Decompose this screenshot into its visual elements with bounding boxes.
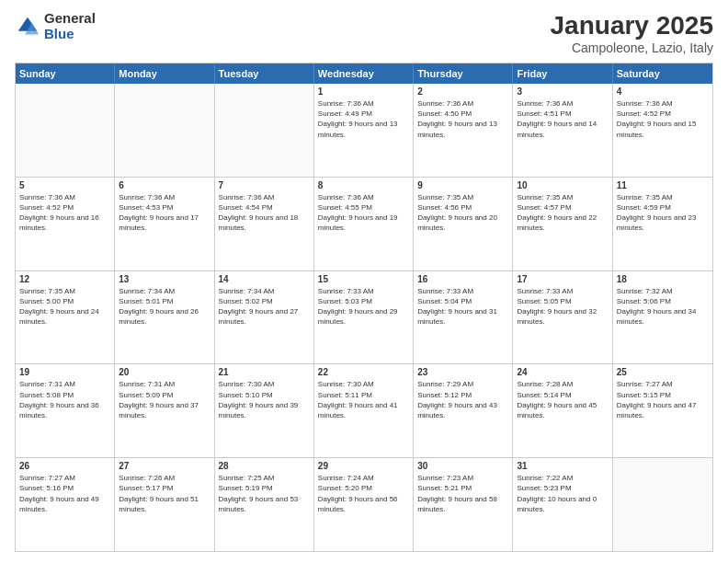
cal-cell: 18Sunrise: 7:32 AM Sunset: 5:06 PM Dayli… [613, 271, 712, 364]
day-number: 17 [517, 274, 608, 284]
cell-info: Sunrise: 7:34 AM Sunset: 5:01 PM Dayligh… [119, 286, 210, 327]
cell-info: Sunrise: 7:33 AM Sunset: 5:03 PM Dayligh… [318, 286, 409, 327]
day-number: 3 [517, 86, 608, 97]
cal-cell: 7Sunrise: 7:36 AM Sunset: 4:54 PM Daylig… [215, 178, 314, 270]
logo-general-text: General [44, 11, 96, 27]
calendar-row-0: 1Sunrise: 7:36 AM Sunset: 4:49 PM Daylig… [16, 84, 712, 177]
day-number: 8 [318, 180, 409, 190]
day-number: 11 [617, 180, 709, 190]
col-header-friday: Friday [513, 63, 612, 84]
cell-info: Sunrise: 7:36 AM Sunset: 4:50 PM Dayligh… [417, 98, 508, 140]
cell-info: Sunrise: 7:35 AM Sunset: 5:00 PM Dayligh… [19, 286, 110, 327]
col-header-saturday: Saturday [613, 63, 712, 84]
month-title: January 2025 [551, 11, 713, 40]
col-header-sunday: Sunday [16, 63, 115, 84]
cell-info: Sunrise: 7:22 AM Sunset: 5:23 PM Dayligh… [517, 473, 608, 514]
day-number: 23 [417, 367, 508, 377]
cell-info: Sunrise: 7:25 AM Sunset: 5:19 PM Dayligh… [219, 473, 310, 514]
cell-info: Sunrise: 7:35 AM Sunset: 4:56 PM Dayligh… [417, 192, 508, 234]
day-number: 16 [417, 274, 508, 284]
day-number: 31 [517, 461, 608, 471]
day-number: 10 [517, 180, 608, 190]
day-number: 4 [617, 86, 709, 97]
day-number: 6 [119, 180, 210, 190]
page: General Blue January 2025 Campoleone, La… [0, 0, 728, 563]
logo-icon [15, 14, 40, 40]
cal-cell: 16Sunrise: 7:33 AM Sunset: 5:04 PM Dayli… [414, 271, 513, 364]
day-number: 7 [219, 180, 310, 190]
day-number: 12 [19, 274, 110, 284]
cell-info: Sunrise: 7:36 AM Sunset: 4:53 PM Dayligh… [119, 192, 210, 234]
calendar-body: 1Sunrise: 7:36 AM Sunset: 4:49 PM Daylig… [16, 84, 712, 551]
cal-cell [215, 84, 314, 177]
cal-cell: 27Sunrise: 7:26 AM Sunset: 5:17 PM Dayli… [115, 458, 214, 551]
day-number: 18 [617, 274, 709, 284]
cal-cell: 17Sunrise: 7:33 AM Sunset: 5:05 PM Dayli… [513, 271, 612, 364]
calendar-row-1: 5Sunrise: 7:36 AM Sunset: 4:52 PM Daylig… [16, 177, 712, 270]
cal-cell [115, 84, 214, 177]
day-number: 22 [318, 367, 409, 377]
cell-info: Sunrise: 7:36 AM Sunset: 4:55 PM Dayligh… [318, 192, 409, 234]
day-number: 19 [19, 367, 110, 377]
day-number: 27 [119, 461, 210, 471]
cal-cell: 6Sunrise: 7:36 AM Sunset: 4:53 PM Daylig… [115, 178, 214, 270]
day-number: 20 [119, 367, 210, 377]
location-title: Campoleone, Lazio, Italy [551, 40, 713, 55]
day-number: 25 [617, 367, 709, 377]
day-number: 13 [119, 274, 210, 284]
cell-info: Sunrise: 7:33 AM Sunset: 5:04 PM Dayligh… [417, 286, 508, 327]
cal-cell: 20Sunrise: 7:31 AM Sunset: 5:09 PM Dayli… [115, 364, 214, 457]
cal-cell: 11Sunrise: 7:35 AM Sunset: 4:59 PM Dayli… [613, 178, 712, 270]
col-header-tuesday: Tuesday [215, 63, 314, 84]
title-block: January 2025 Campoleone, Lazio, Italy [551, 11, 713, 55]
logo-blue-text: Blue [44, 27, 96, 42]
calendar-header-row: SundayMondayTuesdayWednesdayThursdayFrid… [16, 63, 712, 84]
cell-info: Sunrise: 7:36 AM Sunset: 4:52 PM Dayligh… [617, 98, 709, 140]
calendar-row-4: 26Sunrise: 7:27 AM Sunset: 5:16 PM Dayli… [16, 457, 712, 551]
cell-info: Sunrise: 7:27 AM Sunset: 5:16 PM Dayligh… [19, 473, 110, 514]
cell-info: Sunrise: 7:36 AM Sunset: 4:51 PM Dayligh… [517, 98, 608, 140]
day-number: 5 [19, 180, 110, 190]
cal-cell: 12Sunrise: 7:35 AM Sunset: 5:00 PM Dayli… [16, 271, 115, 364]
cal-cell [613, 458, 712, 551]
cal-cell: 3Sunrise: 7:36 AM Sunset: 4:51 PM Daylig… [513, 84, 612, 177]
day-number: 21 [219, 367, 310, 377]
header: General Blue January 2025 Campoleone, La… [15, 11, 713, 55]
calendar-row-3: 19Sunrise: 7:31 AM Sunset: 5:08 PM Dayli… [16, 363, 712, 457]
cal-cell: 5Sunrise: 7:36 AM Sunset: 4:52 PM Daylig… [16, 178, 115, 270]
cal-cell: 24Sunrise: 7:28 AM Sunset: 5:14 PM Dayli… [513, 364, 612, 457]
day-number: 26 [19, 461, 110, 471]
cal-cell: 28Sunrise: 7:25 AM Sunset: 5:19 PM Dayli… [215, 458, 314, 551]
col-header-wednesday: Wednesday [314, 63, 414, 84]
cell-info: Sunrise: 7:26 AM Sunset: 5:17 PM Dayligh… [119, 473, 210, 514]
col-header-thursday: Thursday [414, 63, 513, 84]
cal-cell: 15Sunrise: 7:33 AM Sunset: 5:03 PM Dayli… [314, 271, 414, 364]
cal-cell: 21Sunrise: 7:30 AM Sunset: 5:10 PM Dayli… [215, 364, 314, 457]
day-number: 9 [417, 180, 508, 190]
cell-info: Sunrise: 7:32 AM Sunset: 5:06 PM Dayligh… [617, 286, 709, 327]
cell-info: Sunrise: 7:31 AM Sunset: 5:08 PM Dayligh… [19, 379, 110, 420]
cal-cell: 19Sunrise: 7:31 AM Sunset: 5:08 PM Dayli… [16, 364, 115, 457]
cell-info: Sunrise: 7:36 AM Sunset: 4:52 PM Dayligh… [19, 192, 110, 234]
cal-cell: 26Sunrise: 7:27 AM Sunset: 5:16 PM Dayli… [16, 458, 115, 551]
cal-cell: 10Sunrise: 7:35 AM Sunset: 4:57 PM Dayli… [513, 178, 612, 270]
cell-info: Sunrise: 7:36 AM Sunset: 4:49 PM Dayligh… [318, 98, 409, 140]
cal-cell: 4Sunrise: 7:36 AM Sunset: 4:52 PM Daylig… [613, 84, 712, 177]
cal-cell: 13Sunrise: 7:34 AM Sunset: 5:01 PM Dayli… [115, 271, 214, 364]
cell-info: Sunrise: 7:27 AM Sunset: 5:15 PM Dayligh… [617, 379, 709, 420]
calendar-row-2: 12Sunrise: 7:35 AM Sunset: 5:00 PM Dayli… [16, 270, 712, 364]
cal-cell: 2Sunrise: 7:36 AM Sunset: 4:50 PM Daylig… [414, 84, 513, 177]
cal-cell: 30Sunrise: 7:23 AM Sunset: 5:21 PM Dayli… [414, 458, 513, 551]
day-number: 14 [219, 274, 310, 284]
cell-info: Sunrise: 7:24 AM Sunset: 5:20 PM Dayligh… [318, 473, 409, 514]
day-number: 15 [318, 274, 409, 284]
cal-cell: 8Sunrise: 7:36 AM Sunset: 4:55 PM Daylig… [314, 178, 414, 270]
logo-text: General Blue [44, 11, 96, 41]
cell-info: Sunrise: 7:36 AM Sunset: 4:54 PM Dayligh… [219, 192, 310, 234]
cal-cell [16, 84, 115, 177]
cell-info: Sunrise: 7:33 AM Sunset: 5:05 PM Dayligh… [517, 286, 608, 327]
cal-cell: 14Sunrise: 7:34 AM Sunset: 5:02 PM Dayli… [215, 271, 314, 364]
day-number: 24 [517, 367, 608, 377]
cell-info: Sunrise: 7:30 AM Sunset: 5:10 PM Dayligh… [219, 379, 310, 420]
cell-info: Sunrise: 7:34 AM Sunset: 5:02 PM Dayligh… [219, 286, 310, 327]
